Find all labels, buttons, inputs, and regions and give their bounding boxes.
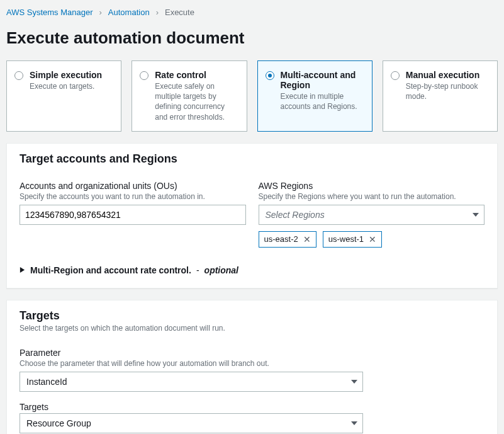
- expander-optional: optional: [204, 265, 238, 275]
- tile-multi-account-region[interactable]: Multi-account and Region Execute in mult…: [257, 60, 372, 132]
- tile-title: Multi-account and Region: [281, 70, 363, 90]
- tile-manual-execution[interactable]: Manual execution Step-by-step runbook mo…: [383, 60, 498, 132]
- radio-icon: [14, 71, 23, 80]
- caret-down-icon: [351, 379, 357, 385]
- triangle-right-icon: [20, 267, 25, 273]
- parameter-select[interactable]: InstanceId: [20, 372, 363, 392]
- panel-title: Targets: [20, 309, 484, 323]
- region-tag: us-east-2 ✕: [259, 231, 316, 248]
- svg-marker-1: [20, 267, 25, 273]
- targets-label: Targets: [20, 402, 484, 412]
- panel-title: Target accounts and Regions: [20, 152, 484, 166]
- parameter-value: InstanceId: [26, 377, 67, 387]
- chevron-right-icon: ›: [99, 8, 102, 17]
- parameter-label: Parameter: [20, 348, 484, 358]
- panel-target-accounts-regions: Target accounts and Regions Accounts and…: [6, 143, 498, 288]
- chevron-right-icon: ›: [156, 8, 159, 17]
- region-tag-label: us-west-1: [328, 234, 364, 244]
- accounts-desc: Specify the accounts you want to run the…: [20, 192, 246, 201]
- radio-icon: [266, 71, 274, 80]
- caret-down-icon: [351, 420, 357, 426]
- tile-title: Rate control: [155, 70, 237, 80]
- svg-marker-2: [351, 380, 357, 384]
- expander-dash: -: [196, 265, 199, 275]
- page-title: Execute automation document: [6, 28, 498, 48]
- breadcrumb-current: Execute: [165, 8, 194, 17]
- radio-icon: [391, 71, 400, 80]
- targets-select[interactable]: Resource Group: [20, 413, 363, 433]
- expander-label: Multi-Region and account rate control.: [30, 265, 191, 275]
- rate-control-expander[interactable]: Multi-Region and account rate control. -…: [20, 265, 484, 275]
- tile-rate-control[interactable]: Rate control Execute safely on multiple …: [132, 60, 247, 132]
- panel-targets: Targets Select the targets on which the …: [6, 300, 498, 434]
- radio-icon: [140, 71, 148, 80]
- tile-desc: Execute safely on multiple targets by de…: [155, 81, 237, 122]
- accounts-input[interactable]: [20, 205, 246, 225]
- breadcrumb: AWS Systems Manager › Automation › Execu…: [6, 8, 498, 17]
- region-tag-label: us-east-2: [264, 234, 298, 244]
- parameter-desc: Choose the parameter that will define ho…: [20, 359, 484, 368]
- svg-marker-0: [473, 213, 479, 217]
- accounts-label: Accounts and organizational units (OUs): [20, 181, 246, 191]
- execution-mode-tiles: Simple execution Execute on targets. Rat…: [6, 60, 498, 132]
- close-icon[interactable]: ✕: [303, 234, 311, 244]
- region-tag: us-west-1 ✕: [323, 231, 382, 248]
- tile-desc: Step-by-step runbook mode.: [406, 81, 488, 101]
- breadcrumb-automation[interactable]: Automation: [108, 8, 150, 17]
- breadcrumb-root[interactable]: AWS Systems Manager: [6, 8, 93, 17]
- tile-title: Manual execution: [406, 70, 488, 80]
- targets-value: Resource Group: [26, 418, 91, 428]
- regions-label: AWS Regions: [259, 181, 485, 191]
- close-icon[interactable]: ✕: [369, 234, 376, 244]
- tile-title: Simple execution: [30, 70, 112, 80]
- regions-placeholder: Select Regions: [266, 210, 325, 220]
- regions-select[interactable]: Select Regions: [259, 205, 485, 225]
- tile-simple-execution[interactable]: Simple execution Execute on targets.: [6, 60, 121, 132]
- caret-down-icon: [473, 212, 479, 218]
- regions-desc: Specify the Regions where you want to ru…: [259, 192, 485, 201]
- panel-subtitle: Select the targets on which the automati…: [20, 324, 484, 333]
- region-tags: us-east-2 ✕ us-west-1 ✕: [259, 231, 485, 248]
- tile-desc: Execute in multiple accounts and Regions…: [281, 91, 363, 111]
- tile-desc: Execute on targets.: [30, 81, 112, 91]
- svg-marker-3: [351, 421, 357, 425]
